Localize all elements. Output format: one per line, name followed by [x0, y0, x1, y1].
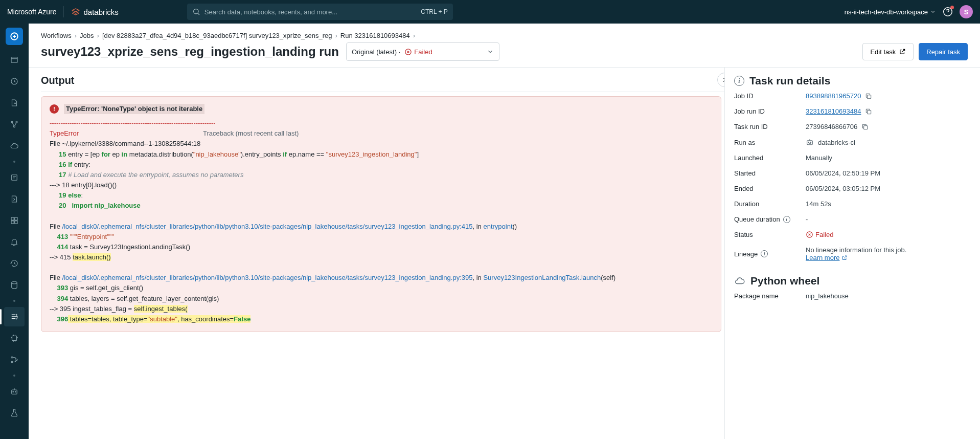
help-button[interactable] — [942, 6, 953, 17]
v-duration: 14m 52s — [806, 200, 968, 208]
tb-l15: 15 entry = [ep for ep in metadata.distri… — [50, 149, 713, 160]
databricks-logo[interactable]: databricks — [71, 7, 118, 16]
svg-point-5 — [11, 121, 13, 123]
nav-alerts[interactable] — [4, 232, 25, 252]
avatar[interactable]: S — [960, 5, 973, 18]
tb-l415: --> 415 task.launch() — [50, 252, 713, 262]
svg-point-6 — [16, 121, 17, 123]
error-box: ! TypeError: 'NoneType' object is not it… — [41, 96, 721, 332]
history-icon — [10, 259, 19, 268]
databricks-icon — [71, 7, 80, 16]
info-icon[interactable]: i — [761, 250, 768, 257]
pipe-icon — [10, 355, 19, 364]
x-circle-icon — [404, 48, 412, 56]
workspace-switcher[interactable]: ns-ii-tech-dev-db-workspace — [845, 8, 936, 16]
svg-rect-3 — [11, 57, 17, 63]
title-right: Edit task Repair task — [862, 43, 968, 60]
chevron-right-icon: › — [413, 32, 415, 39]
nav-query[interactable] — [4, 189, 25, 209]
svg-point-17 — [16, 359, 17, 361]
svg-point-27 — [810, 142, 811, 142]
learn-more-link[interactable]: Learn more — [806, 254, 848, 261]
nav-warehouse[interactable] — [4, 275, 25, 295]
notification-dot — [950, 6, 954, 9]
edit-label: Edit task — [870, 48, 896, 56]
job-run-id-link[interactable]: 323161810693484 — [806, 107, 861, 115]
crumb-workflows[interactable]: Workflows — [41, 32, 72, 39]
search-input[interactable] — [204, 8, 417, 16]
nav-recents[interactable] — [4, 72, 25, 91]
nav-flow[interactable] — [4, 115, 25, 134]
chevron-down-icon — [930, 9, 936, 15]
tb-l394: 394 tables, layers = self.get_feature_la… — [50, 294, 713, 304]
crumb-jobs[interactable]: Jobs — [80, 32, 94, 39]
nav-workspace[interactable] — [4, 50, 25, 70]
dashboard-icon — [10, 216, 19, 225]
svg-rect-10 — [15, 217, 17, 220]
tb-l393: 393 gis = self.get_gis_client() — [50, 283, 713, 293]
info-icon[interactable]: i — [783, 216, 790, 223]
svg-rect-14 — [12, 336, 17, 341]
k-ended: Ended — [734, 185, 806, 192]
nav-dash[interactable] — [4, 211, 25, 230]
details-kv: Job ID 893898881965720 Job run ID 323161… — [734, 92, 968, 261]
v-pkg: nip_lakehouse — [806, 292, 968, 300]
svg-rect-9 — [11, 217, 14, 220]
crumb-job[interactable]: [dev 82883a27_dfea_4d94_b18c_93aedbc6717… — [102, 32, 332, 39]
copy-icon[interactable] — [861, 123, 869, 130]
k-status: Status — [734, 231, 806, 238]
k-started: Started — [734, 169, 806, 177]
nav-cloud[interactable] — [4, 136, 25, 156]
service-principal-icon — [806, 138, 814, 146]
copy-icon[interactable] — [865, 93, 872, 100]
svg-point-19 — [13, 391, 14, 392]
nav-ml[interactable] — [4, 382, 25, 401]
nav-experiments[interactable] — [4, 403, 25, 423]
svg-point-0 — [194, 9, 198, 14]
shell: Workflows › Jobs › [dev 82883a27_dfea_4d… — [0, 24, 980, 439]
kbd-hint: CTRL + P — [421, 8, 448, 15]
new-button[interactable] — [6, 28, 23, 45]
folder-icon — [10, 55, 19, 64]
repair-task-button[interactable]: Repair task — [919, 43, 968, 60]
edit-task-button[interactable]: Edit task — [862, 43, 914, 60]
external-link-icon — [841, 255, 848, 261]
svg-rect-24 — [864, 125, 868, 129]
rail-separator-3 — [13, 375, 15, 377]
compute-icon — [10, 334, 19, 343]
crumb-run[interactable]: Run 323161810693484 — [340, 32, 410, 39]
clock-icon — [10, 77, 19, 86]
nav-catalog[interactable] — [4, 93, 25, 113]
breadcrumb: Workflows › Jobs › [dev 82883a27_dfea_4d… — [29, 24, 980, 41]
title-row: survey123_xprize_sens_reg_ingestion_land… — [29, 41, 980, 67]
nav-sql[interactable] — [4, 168, 25, 187]
v-ended: 06/05/2024, 03:05:12 PM — [806, 185, 968, 192]
nav-compute[interactable] — [4, 328, 25, 348]
details-panel: iTask run details Job ID 893898881965720… — [724, 68, 980, 439]
topbar: Microsoft Azure databricks CTRL + P ns-i… — [0, 0, 980, 24]
chevron-right-icon: › — [335, 32, 337, 39]
search-icon — [192, 8, 200, 16]
output-column: Output ! TypeError: 'NoneType' object is… — [29, 68, 724, 439]
nav-history[interactable] — [4, 254, 25, 273]
tb-l396: 396 tables=tables, table_type="subtable"… — [50, 314, 713, 324]
tb-file3: File /local_disk0/.ephemeral_nfs/cluster… — [50, 273, 713, 283]
output-scroll[interactable]: ! TypeError: 'NoneType' object is not it… — [41, 96, 721, 439]
copy-icon[interactable] — [865, 108, 872, 115]
svg-point-7 — [14, 126, 15, 127]
python-wheel-section: Python wheel Package name nip_lakehouse — [734, 275, 968, 300]
k-duration: Duration — [734, 200, 806, 208]
tb-l18: ---> 18 entry[0].load()() — [50, 180, 713, 190]
nav-workflows[interactable] — [4, 307, 25, 326]
plus-icon — [10, 32, 19, 41]
wheel-heading: Python wheel — [734, 275, 968, 287]
nav-pipe[interactable] — [4, 350, 25, 369]
v-status: Failed — [806, 231, 968, 238]
search-bar[interactable]: CTRL + P — [187, 4, 453, 20]
job-id-link[interactable]: 893898881965720 — [806, 92, 861, 100]
error-icon: ! — [50, 104, 59, 114]
azure-label: Microsoft Azure — [7, 8, 56, 16]
cloud-icon — [734, 275, 745, 287]
run-selector[interactable]: Original (latest) · Failed — [346, 42, 499, 61]
v-launched: Manually — [806, 154, 968, 162]
